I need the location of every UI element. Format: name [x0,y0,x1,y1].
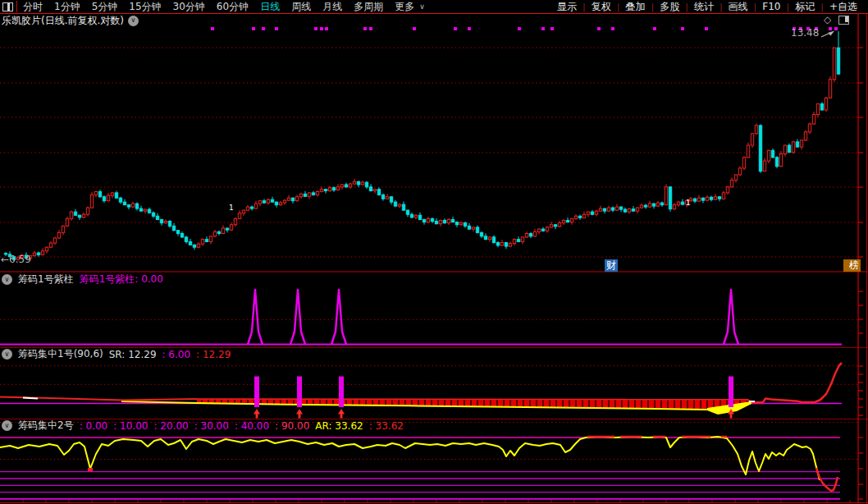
indicator-value-label: : 0.00 [80,420,108,432]
menu-item-1分钟[interactable]: 1分钟 [54,0,80,14]
chevron-down-icon[interactable]: ∨ [128,16,139,26]
high-annotation-arrow [821,31,834,38]
menu-item-画线[interactable]: 画线 [723,0,754,14]
diamond-icon[interactable]: ◇ [824,15,831,25]
menu-item-周线[interactable]: 周线 [291,0,311,14]
menu-item-多周期[interactable]: 多周期 [354,0,383,14]
panel2-header[interactable]: ∨筹码集中1号(90,6)SR: 12.29: 6.00: 12.29 [2,348,231,360]
app-window: 11 分时1分钟5分钟15分钟30分钟60分钟日线周线月线多周期更多∨ 显示|复… [0,0,868,504]
finance-badge[interactable]: 财 [605,259,618,272]
menu-item-60分钟[interactable]: 60分钟 [217,0,249,14]
panel2-band-indicator [0,363,842,415]
panel-separators [0,272,868,503]
price-low-label: ←6.59 [1,254,31,265]
indicator-value-label: SR: 12.29 [109,349,157,360]
indicator-value-label: AR: 33.62 [315,420,363,432]
svg-text:1: 1 [229,204,234,212]
indicator-value-label: : 30.00 [194,420,229,432]
window-icon[interactable] [838,16,849,25]
candlestick-series [4,31,839,261]
menu-item-F10[interactable]: F10 [756,1,786,12]
indicator-value-label: : 20.00 [153,420,188,432]
menu-item-更多[interactable]: 更多 [395,0,414,14]
menu-item-复权[interactable]: 复权 [586,0,617,14]
title-bar-icons: ◇ [824,15,849,25]
indicator-value-label: : 90.00 [275,420,309,432]
menu-divider [16,1,17,12]
menu-item-月线[interactable]: 月线 [322,0,342,14]
marker-dots [211,27,838,30]
menu-item-15分钟[interactable]: 15分钟 [129,0,161,14]
indicator-value-label: 筹码1号紫柱: 0.00 [80,273,163,286]
menu-item-+自选[interactable]: +自选 [824,0,863,14]
indicator-value-label: : 12.29 [196,349,231,360]
more-chevron-icon[interactable]: ∨ [419,2,425,11]
title-bar: 乐凯胶片(日线.前复权.对数) ∨ [2,14,139,27]
chevron-down-icon[interactable]: ∨ [2,274,12,285]
menu-item-统计[interactable]: 统计 [688,0,720,14]
indicator-value-label: : 40.00 [235,420,269,432]
chevron-down-icon[interactable]: ∨ [2,420,12,431]
rank-badge[interactable]: 榜 [847,259,861,272]
menu-item-显示[interactable]: 显示 [551,0,582,14]
panel2-up-arrow-icons [254,409,734,419]
period-menu: 分时1分钟5分钟15分钟30分钟60分钟日线周线月线多周期更多∨ [23,0,425,14]
stock-title[interactable]: 乐凯胶片(日线.前复权.对数) [2,14,124,28]
chevron-down-icon[interactable]: ∨ [2,349,12,360]
panel1-spike-indicator [0,290,842,345]
menu-item-多股[interactable]: 多股 [654,0,685,14]
svg-text:1: 1 [686,199,691,207]
menu-bar: 分时1分钟5分钟15分钟30分钟60分钟日线周线月线多周期更多∨ 显示|复权|叠… [0,0,868,14]
layout-icon[interactable] [2,2,13,11]
menu-item-分时[interactable]: 分时 [23,0,43,14]
price-high-label: 13.48 [791,27,819,39]
panel3-ar-indicator [0,437,840,499]
menu-item-30分钟[interactable]: 30分钟 [173,0,205,14]
indicator-value-label: 筹码集中1号(90,6) [18,347,103,361]
panel1-header[interactable]: ∨筹码1号紫柱筹码1号紫柱: 0.00 [2,273,163,286]
indicator-value-label: 筹码1号紫柱 [18,273,74,286]
right-axis [858,0,867,504]
menu-item-日线[interactable]: 日线 [260,0,280,14]
menu-item-标记[interactable]: 标记 [789,0,820,14]
indicator-value-label: 筹码集中2号 [18,419,74,433]
panel3-header[interactable]: ∨筹码集中2号: 0.00: 10.00: 20.00: 30.00: 40.0… [2,419,404,432]
indicator-value-label: : 6.00 [162,349,191,360]
indicator-value-label: : 33.62 [369,420,404,432]
menu-item-5分钟[interactable]: 5分钟 [92,0,118,14]
indicator-value-label: : 10.00 [113,420,148,432]
menu-item-叠加[interactable]: 叠加 [619,0,651,14]
tools-menu: 显示|复权|叠加|多股|统计|画线|F10|标记|+自选 [551,0,863,14]
